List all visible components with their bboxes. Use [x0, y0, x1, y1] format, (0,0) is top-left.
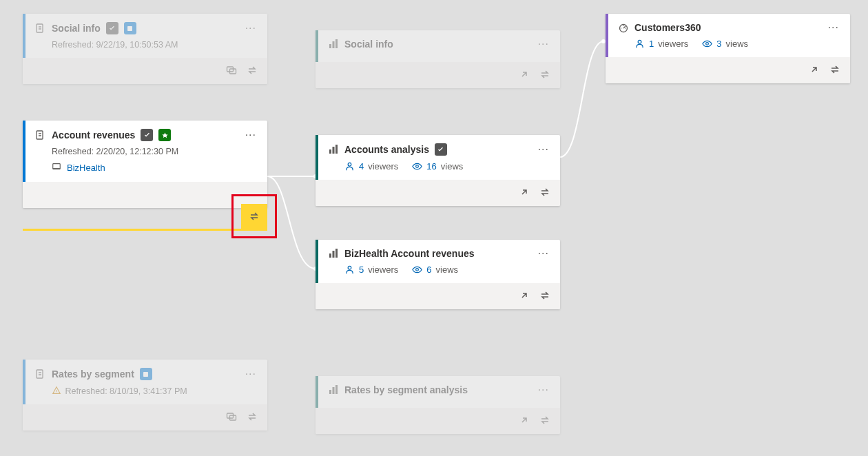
card-footer: [316, 180, 560, 206]
card-footer: [606, 57, 850, 83]
card-title: Social info: [344, 39, 393, 50]
card-title: Accounts analysis: [344, 144, 429, 155]
badge: [141, 129, 153, 141]
svg-rect-9: [37, 370, 43, 378]
svg-point-24: [348, 266, 351, 269]
card-title: BizHealth Account revenues: [344, 248, 475, 259]
card-footer: [23, 404, 267, 431]
more-icon[interactable]: ···: [827, 24, 840, 31]
more-icon[interactable]: ···: [537, 146, 550, 153]
svg-rect-27: [333, 387, 335, 394]
workspace-link[interactable]: BizHealth: [67, 163, 105, 173]
more-icon[interactable]: ···: [537, 250, 550, 257]
svg-point-20: [416, 165, 419, 168]
card-social-info-report[interactable]: Social info ···: [316, 30, 560, 88]
svg-rect-15: [335, 39, 338, 48]
views-stat: 16 views: [412, 161, 463, 172]
refreshed-text: Refreshed: 9/22/19, 10:50:53 AM: [35, 40, 258, 50]
dataset-icon: [35, 23, 46, 34]
badge: [106, 22, 118, 34]
svg-rect-16: [329, 149, 331, 154]
svg-rect-13: [329, 44, 331, 48]
workspace-icon: [52, 162, 61, 174]
dashboard-icon: [618, 22, 629, 33]
warning-icon: [52, 386, 61, 395]
swap-icon[interactable]: [247, 411, 258, 424]
svg-rect-3: [37, 24, 43, 32]
refreshed-text: Refreshed: 8/10/19, 3:41:37 PM: [35, 386, 258, 396]
swap-icon[interactable]: [539, 69, 550, 82]
viewers-stat: 4 viewers: [344, 161, 398, 172]
swap-icon[interactable]: [829, 64, 840, 77]
badge: [124, 22, 136, 34]
svg-point-25: [416, 269, 419, 271]
svg-rect-21: [329, 253, 331, 258]
swap-icon[interactable]: [539, 187, 550, 200]
svg-rect-18: [335, 145, 338, 154]
report-icon: [328, 39, 339, 50]
card-title: Rates by segment analysis: [344, 384, 468, 395]
open-icon[interactable]: [519, 69, 530, 82]
badge: [435, 143, 447, 156]
card-title: Account revenues: [52, 129, 135, 141]
card-rates-analysis-report[interactable]: Rates by segment analysis ···: [316, 376, 560, 434]
related-icon[interactable]: [226, 411, 237, 424]
card-bizhealth-report[interactable]: BizHealth Account revenues ··· 5 viewers…: [316, 240, 560, 309]
card-accounts-analysis-report[interactable]: Accounts analysis ··· 4 viewers 16 views: [316, 135, 560, 206]
open-icon[interactable]: [519, 290, 530, 303]
svg-point-19: [348, 163, 351, 166]
more-icon[interactable]: ···: [244, 25, 258, 32]
svg-rect-14: [333, 41, 335, 48]
svg-point-30: [638, 40, 641, 43]
more-icon[interactable]: ···: [244, 371, 258, 377]
open-icon[interactable]: [519, 187, 530, 200]
card-social-info-dataset[interactable]: Social info ··· Refreshed: 9/22/19, 10:5…: [23, 14, 267, 84]
svg-rect-23: [335, 249, 338, 258]
card-footer: [23, 182, 267, 208]
svg-rect-4: [127, 26, 132, 31]
swap-icon[interactable]: [247, 65, 258, 78]
refreshed-text: Refreshed: 2/20/20, 12:12:30 PM: [35, 147, 258, 156]
svg-rect-7: [37, 131, 43, 139]
badge: [158, 129, 171, 141]
card-rates-dataset[interactable]: Rates by segment ··· Refreshed: 8/10/19,…: [23, 360, 267, 431]
svg-rect-26: [329, 390, 331, 394]
badge: [140, 368, 152, 380]
dataset-icon: [35, 129, 46, 141]
card-footer: [23, 58, 267, 84]
more-icon[interactable]: ···: [537, 386, 550, 393]
svg-rect-10: [143, 372, 148, 377]
report-icon: [328, 384, 339, 395]
card-title: Rates by segment: [52, 369, 134, 380]
open-icon[interactable]: [519, 415, 530, 428]
highlight-bar: [23, 229, 267, 231]
more-icon[interactable]: ···: [244, 132, 258, 138]
card-footer: [316, 408, 560, 434]
views-stat: 6 views: [412, 265, 458, 275]
report-icon: [328, 144, 339, 155]
card-customers360-dashboard[interactable]: Customers360 ··· 1 viewers 3 views: [606, 14, 850, 83]
svg-rect-22: [333, 251, 335, 258]
swap-icon[interactable]: [539, 415, 550, 428]
dataset-icon: [35, 369, 46, 380]
card-title: Social info: [52, 23, 101, 34]
svg-rect-28: [335, 385, 338, 394]
viewers-stat: 1 viewers: [634, 39, 688, 49]
views-stat: 3 views: [702, 39, 748, 49]
viewers-stat: 5 viewers: [344, 265, 398, 275]
highlight-box: [231, 194, 277, 238]
swap-icon[interactable]: [539, 290, 550, 303]
more-icon[interactable]: ···: [537, 41, 550, 48]
card-footer: [316, 283, 560, 309]
related-icon[interactable]: [226, 65, 237, 78]
card-title: Customers360: [634, 22, 701, 33]
svg-rect-17: [333, 147, 335, 154]
open-icon[interactable]: [809, 64, 820, 77]
card-account-revenues-dataset[interactable]: Account revenues ··· Refreshed: 2/20/20,…: [23, 121, 267, 208]
card-footer: [316, 62, 560, 88]
report-icon: [328, 248, 339, 259]
svg-point-31: [706, 43, 709, 45]
